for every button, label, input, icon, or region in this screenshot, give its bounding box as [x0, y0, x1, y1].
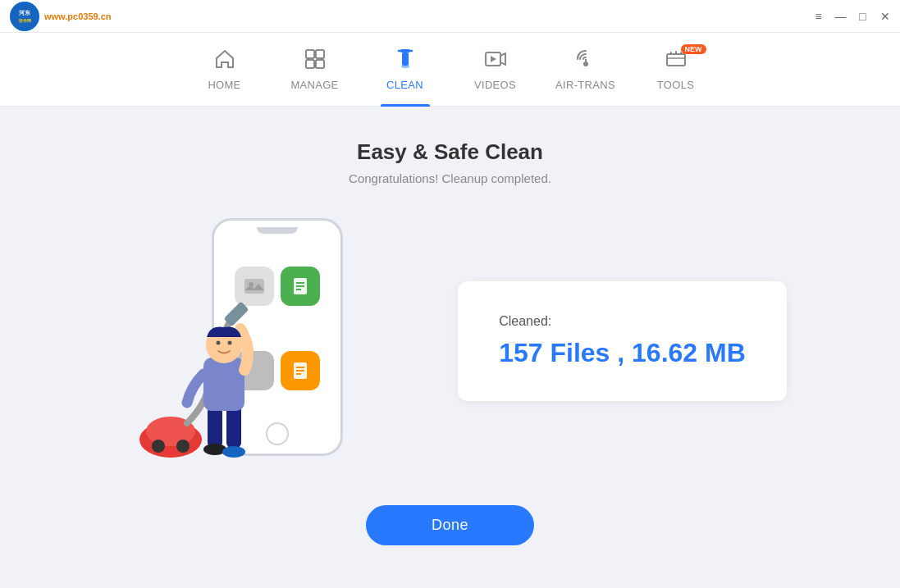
svg-point-33: [176, 440, 190, 453]
svg-point-32: [152, 440, 165, 453]
svg-text:软件网: 软件网: [18, 18, 31, 23]
nav-item-videos[interactable]: VIDEOS: [450, 33, 541, 107]
cleaned-label: Cleaned:: [499, 314, 746, 329]
new-badge: NEW: [681, 44, 706, 54]
nav-label-clean: CLEAN: [386, 79, 423, 91]
nav-item-home[interactable]: HOME: [180, 33, 270, 107]
svg-text:河东: 河东: [19, 9, 31, 16]
window-controls[interactable]: ≡ — □ ✕: [813, 11, 890, 21]
page-title: Easy & Safe Clean: [357, 139, 543, 165]
nav-item-manage[interactable]: MANAGE: [270, 33, 360, 107]
logo-icon: 河东 软件网: [10, 2, 39, 31]
home-icon: [213, 48, 236, 74]
title-bar: 河东 软件网 www.pc0359.cn ≡ — □ ✕: [0, 0, 900, 33]
svg-rect-35: [208, 407, 222, 448]
svg-point-41: [217, 341, 221, 345]
done-button[interactable]: Done: [366, 505, 534, 545]
svg-point-38: [222, 446, 245, 458]
app-logo: 河东 软件网 www.pc0359.cn: [10, 2, 112, 31]
nav-label-videos: VIDEOS: [474, 79, 516, 91]
menu-button[interactable]: ≡: [813, 11, 824, 21]
air-trans-icon: [574, 48, 597, 74]
nav-label-manage: MANAGE: [290, 79, 338, 91]
svg-rect-8: [402, 52, 409, 66]
svg-rect-39: [203, 358, 244, 411]
cleaned-value: 157 Files , 16.62 MB: [499, 337, 746, 368]
svg-point-13: [583, 62, 588, 66]
main-content: Easy & Safe Clean Congratulations! Clean…: [0, 107, 900, 588]
maximize-button[interactable]: □: [857, 11, 868, 21]
result-card: Cleaned: 157 Files , 16.62 MB: [458, 281, 787, 401]
manage-icon: [304, 48, 327, 74]
minimize-button[interactable]: —: [835, 11, 846, 21]
svg-rect-5: [306, 60, 314, 68]
clean-icon: [394, 48, 417, 74]
svg-rect-15: [667, 54, 685, 66]
svg-point-0: [10, 2, 39, 31]
svg-rect-3: [306, 50, 314, 58]
close-button[interactable]: ✕: [879, 11, 890, 21]
svg-rect-6: [316, 60, 324, 68]
person-vacuum-illustration: [113, 243, 277, 472]
svg-point-9: [401, 65, 409, 68]
svg-rect-4: [316, 50, 324, 58]
page-subtitle: Congratulations! Cleanup completed.: [349, 171, 551, 185]
nav-item-clean[interactable]: CLEAN: [360, 33, 450, 107]
illustration: [113, 210, 425, 472]
svg-point-42: [228, 341, 232, 345]
phone-notch: [257, 227, 298, 234]
nav-bar: HOME MANAGE CLEAN: [0, 33, 900, 107]
videos-icon: [484, 48, 507, 74]
nav-label-home: HOME: [208, 79, 240, 91]
app-icon-doc: [281, 267, 320, 306]
nav-item-tools[interactable]: NEW TOOLS: [631, 33, 721, 107]
nav-item-air-trans[interactable]: AIR-TRANS: [541, 33, 631, 107]
logo-text: www.pc0359.cn: [44, 11, 112, 21]
app-icon-orange: [281, 351, 320, 390]
nav-label-tools: TOOLS: [657, 79, 694, 91]
content-area: Cleaned: 157 Files , 16.62 MB: [81, 210, 820, 472]
nav-label-air-trans: AIR-TRANS: [555, 79, 615, 91]
svg-marker-12: [491, 56, 496, 62]
